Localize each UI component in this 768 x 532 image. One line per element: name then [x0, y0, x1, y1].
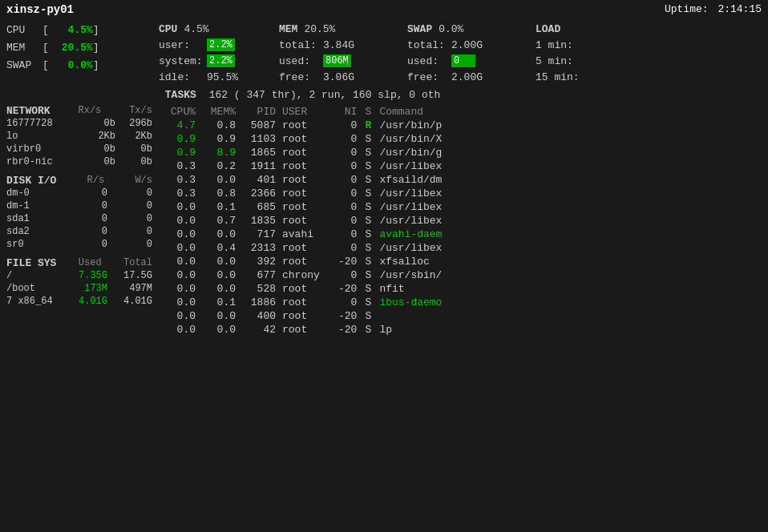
mem-detail: MEM 20.5% total: 3.84G used: 806M free: …: [279, 21, 407, 85]
proc-mem: 0.7: [199, 214, 239, 228]
proc-mem: 0.0: [199, 282, 239, 296]
proc-cmd: /usr/libex: [376, 200, 762, 214]
proc-user: root: [279, 132, 335, 146]
proc-cpu: 0.3: [159, 159, 199, 173]
disk-dev-r: 0: [63, 226, 107, 237]
fs-mount-total: 4.01G: [112, 296, 152, 307]
disk-dev-w: 0: [116, 213, 152, 224]
cpu-system-label: system:: [159, 55, 207, 67]
proc-user: root: [279, 119, 335, 132]
proc-ni: 0: [335, 200, 360, 214]
proc-cmd: /usr/libex: [376, 214, 762, 228]
swap-detail: SWAP 0.0% total: 2.00G used: 0 free: 2.0…: [407, 21, 536, 85]
table-row: 0.0 0.0 392 root -20 S xfsalloc: [159, 255, 762, 268]
th-pid: PID: [239, 105, 279, 119]
cpu-detail-label: CPU: [159, 23, 177, 35]
swap-metric-label: SWAP: [6, 59, 42, 71]
proc-user: root: [279, 282, 335, 296]
cpu-header-row: CPU 4.5%: [159, 21, 279, 37]
cpu-user-bar: 2.2%: [207, 38, 235, 51]
proc-user: root: [279, 323, 335, 337]
swap-free-row: free: 2.00G: [407, 69, 536, 85]
fs-mount-used: 4.01G: [67, 296, 107, 307]
disk-dev-w: 0: [116, 239, 152, 250]
cpu-user-row: user: 2.2%: [159, 37, 279, 53]
proc-pid: 528: [239, 282, 279, 296]
uptime-value: 2:14:15: [717, 3, 762, 15]
net-iface-name: 16777728: [6, 118, 79, 129]
proc-cpu: 0.0: [159, 255, 199, 268]
mem-total-row: total: 3.84G: [279, 37, 407, 53]
proc-cmd: avahi-daem: [376, 228, 762, 241]
proc-cmd: lp: [376, 323, 762, 337]
disk-dev-name: dm-1: [6, 200, 55, 212]
table-row: 0.0 0.7 1835 root 0 S /usr/libex: [159, 214, 762, 228]
net-iface-name: virbr0: [6, 143, 79, 155]
swap-detail-label: SWAP: [407, 23, 432, 35]
fs-mount-total: 17.5G: [112, 270, 152, 281]
mem-used-label: used:: [279, 55, 323, 67]
proc-ni: -20: [335, 323, 360, 337]
disk-dev-name: dm-0: [6, 187, 55, 199]
proc-s: S: [360, 173, 376, 187]
proc-pid: 392: [239, 255, 279, 268]
proc-ni: 0: [335, 187, 360, 200]
table-row: 0.0 0.0 528 root -20 S nfit: [159, 282, 762, 296]
disk-dev-name: sr0: [6, 239, 55, 250]
disk-dev-w: 0: [116, 200, 152, 212]
proc-s: S: [360, 282, 376, 296]
proc-s: S: [360, 146, 376, 159]
disk-dev-w: 0: [116, 226, 152, 237]
mem-detail-label: MEM: [279, 23, 297, 35]
cpu-idle-label: idle:: [159, 71, 207, 83]
table-row: 0.0 0.0 677 chrony 0 S /usr/sbin/: [159, 268, 762, 282]
proc-s: S: [360, 255, 376, 268]
disk-rows: dm-0 0 0 dm-1 0 0 sda1 0 0 sda2 0 0 sr0 …: [6, 187, 152, 251]
process-section: CPU% MEM% PID USER NI S Command 4.7 0.8 …: [159, 105, 762, 337]
proc-pid: 685: [239, 200, 279, 214]
proc-ni: 0: [335, 296, 360, 309]
proc-s: R: [360, 119, 376, 132]
proc-cpu: 0.0: [159, 282, 199, 296]
proc-s: S: [360, 228, 376, 241]
fs-row: / 7.35G 17.5G: [6, 269, 152, 282]
proc-cpu: 0.3: [159, 173, 199, 187]
proc-mem: 0.1: [199, 296, 239, 309]
mem-used-row: used: 806M: [279, 53, 407, 69]
proc-cpu: 0.0: [159, 241, 199, 255]
proc-cmd: xfsalloc: [376, 255, 762, 268]
disk-w-label: W/s: [135, 175, 152, 187]
proc-cpu: 0.0: [159, 228, 199, 241]
cpu-metric-value: 4.5%: [49, 24, 93, 36]
net-iface-rx: 0b: [79, 156, 115, 167]
process-tbody: 4.7 0.8 5087 root 0 R /usr/bin/p 0.9 0.9…: [159, 119, 762, 337]
proc-user: root: [279, 146, 335, 159]
proc-cmd: /usr/bin/g: [376, 146, 762, 159]
process-table-header: CPU% MEM% PID USER NI S Command: [159, 105, 762, 119]
proc-user: avahi: [279, 228, 335, 241]
network-header: NETWORK Rx/s Tx/s: [6, 105, 152, 117]
proc-cmd: /usr/libex: [376, 187, 762, 200]
proc-user: root: [279, 241, 335, 255]
proc-cpu: 0.0: [159, 268, 199, 282]
network-row: virbr0 0b 0b: [6, 143, 152, 155]
cpu-idle-row: idle: 95.5%: [159, 69, 279, 85]
stats-bar: CPU [ 4.5% ] MEM [ 20.5% ] SWAP [ 0.0% ]…: [0, 19, 768, 87]
mem-detail-pct: 20.5%: [304, 23, 335, 35]
proc-mem: 0.0: [199, 323, 239, 337]
proc-user: root: [279, 187, 335, 200]
fs-mount-total: 497M: [112, 283, 152, 294]
proc-pid: 401: [239, 173, 279, 187]
proc-pid: 42: [239, 323, 279, 337]
fs-used-label: Used: [79, 257, 102, 269]
network-row: lo 2Kb 2Kb: [6, 130, 152, 143]
net-iface-tx: 0b: [116, 156, 152, 167]
proc-pid: 1103: [239, 132, 279, 146]
th-user: USER: [279, 105, 335, 119]
th-s: S: [360, 105, 376, 119]
proc-cpu: 0.9: [159, 132, 199, 146]
proc-cmd: /usr/bin/p: [376, 119, 762, 132]
net-iface-name: lo: [6, 131, 79, 142]
disk-dev-name: sda2: [6, 226, 55, 237]
proc-mem: 0.0: [199, 173, 239, 187]
